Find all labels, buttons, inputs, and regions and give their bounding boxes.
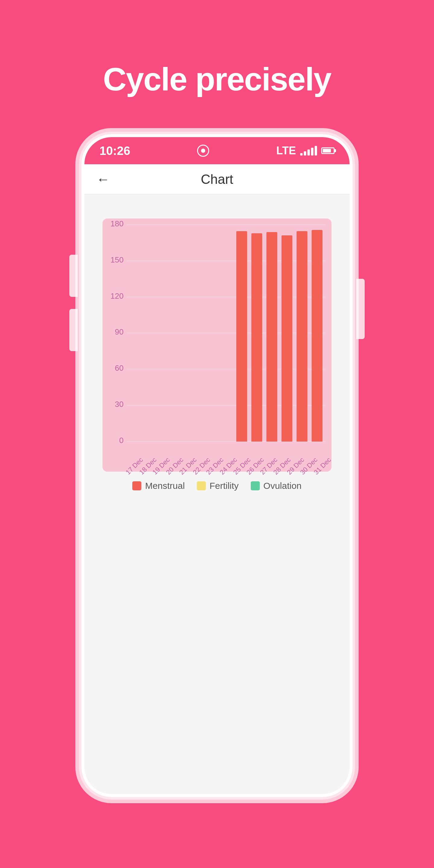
y-label-150: 150 bbox=[105, 255, 124, 265]
status-icons bbox=[197, 145, 209, 157]
app-icon bbox=[197, 145, 209, 157]
bar-29dec bbox=[281, 236, 292, 441]
signal-icon bbox=[300, 146, 317, 156]
status-bar: 10:26 LTE bbox=[84, 137, 350, 164]
y-label-30: 30 bbox=[105, 400, 124, 409]
y-label-120: 120 bbox=[105, 291, 124, 301]
page-title: Chart bbox=[201, 172, 233, 187]
bar-28dec bbox=[267, 232, 277, 441]
y-label-90: 90 bbox=[105, 327, 124, 337]
phone-button-volume-down bbox=[69, 309, 78, 351]
chart-bars bbox=[127, 224, 326, 441]
bar-27dec bbox=[251, 233, 262, 441]
chart-container: 180 150 120 90 60 bbox=[102, 218, 332, 472]
chart-legend: Menstrual Fertility Ovulation bbox=[102, 481, 332, 491]
y-label-180: 180 bbox=[105, 219, 124, 228]
phone-frame: 10:26 LTE ← bbox=[82, 134, 352, 797]
y-label-0: 0 bbox=[105, 436, 124, 445]
legend-fertility: Fertility bbox=[197, 481, 239, 491]
chart-x-labels: 17 Dec 18 Dec 19 Dec 20 Dec 21 Dec 22 De… bbox=[127, 443, 326, 469]
legend-dot-ovulation bbox=[251, 481, 260, 490]
app-header: ← Chart bbox=[84, 164, 350, 194]
phone-button-volume-up bbox=[69, 255, 78, 297]
legend-label-menstrual: Menstrual bbox=[145, 481, 185, 491]
phone-button-power bbox=[356, 279, 365, 339]
network-type: LTE bbox=[276, 144, 296, 157]
phone-mockup: 10:26 LTE ← bbox=[82, 134, 352, 797]
back-button[interactable]: ← bbox=[96, 172, 110, 187]
bar-31dec bbox=[312, 230, 322, 441]
battery-icon bbox=[321, 147, 335, 154]
legend-menstrual: Menstrual bbox=[132, 481, 185, 491]
status-time: 10:26 bbox=[99, 144, 130, 158]
hero-title: Cycle precisely bbox=[103, 60, 331, 98]
bar-30dec bbox=[297, 231, 307, 441]
legend-dot-menstrual bbox=[132, 481, 141, 490]
y-label-60: 60 bbox=[105, 364, 124, 373]
status-right-icons: LTE bbox=[276, 144, 335, 157]
bar-26dec bbox=[236, 231, 247, 441]
screen-content: ← Chart 180 150 120 bbox=[84, 164, 350, 794]
legend-dot-fertility bbox=[197, 481, 206, 490]
app-body: 180 150 120 90 60 bbox=[84, 194, 350, 794]
legend-label-ovulation: Ovulation bbox=[264, 481, 302, 491]
x-label-17dec: 17 Dec bbox=[124, 463, 137, 476]
legend-ovulation: Ovulation bbox=[251, 481, 302, 491]
legend-label-fertility: Fertility bbox=[210, 481, 239, 491]
